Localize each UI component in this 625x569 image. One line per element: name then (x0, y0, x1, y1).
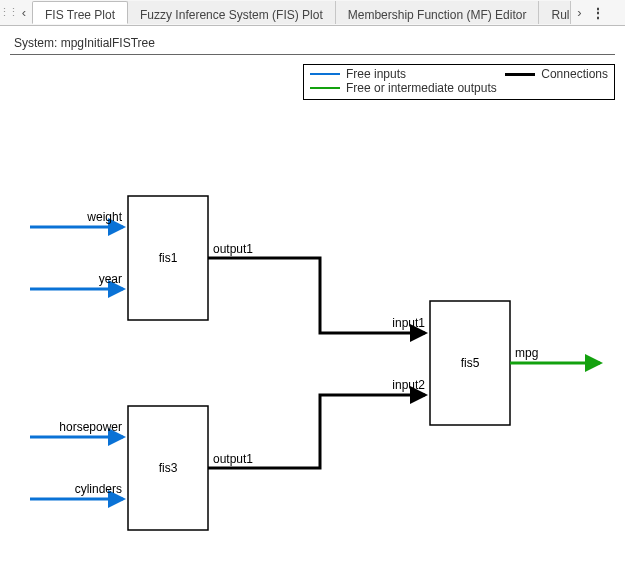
tab-label: FIS Tree Plot (45, 8, 115, 22)
system-title: System: mpgInitialFISTree (14, 36, 155, 50)
legend-label-free-inputs: Free inputs (346, 67, 406, 81)
title-separator (10, 54, 615, 55)
legend-swatch-free-outputs (310, 87, 340, 89)
port-label-fis5-mpg: mpg (515, 346, 538, 360)
tab-label: Fuzzy Inference System (FIS) Plot (140, 8, 323, 22)
plot-content: System: mpgInitialFISTree Free inputs Co… (0, 26, 625, 569)
legend: Free inputs Connections Free or intermed… (303, 64, 615, 100)
port-label-weight: weight (86, 210, 122, 224)
tab-label: Membership Function (MF) Editor (348, 8, 527, 22)
node-label-fis3: fis3 (159, 461, 178, 475)
tabs-drag-handle[interactable]: ⋮⋮ (0, 0, 16, 25)
tab-fis-plot[interactable]: Fuzzy Inference System (FIS) Plot (128, 1, 336, 24)
tabs-scroll-left[interactable]: ‹ (16, 0, 32, 25)
tab-rule-editor[interactable]: Rule (539, 1, 571, 24)
tab-strip: ⋮⋮ ‹ FIS Tree Plot Fuzzy Inference Syste… (0, 0, 625, 26)
legend-label-connections: Connections (541, 67, 608, 81)
node-fis3[interactable]: fis3 (128, 406, 208, 530)
tabs-scroll-right[interactable]: › (571, 0, 587, 25)
node-label-fis1: fis1 (159, 251, 178, 265)
port-label-fis5-input2: input2 (392, 378, 425, 392)
tab-label: Rule (551, 8, 571, 22)
port-label-horsepower: horsepower (59, 420, 122, 434)
node-label-fis5: fis5 (461, 356, 480, 370)
tab-fis-tree-plot[interactable]: FIS Tree Plot (32, 1, 128, 24)
tabs-overflow-menu[interactable]: ⋮ (587, 0, 609, 25)
port-label-cylinders: cylinders (75, 482, 122, 496)
fis-tree-diagram: fis1 weight year output1 fis3 horsepower… (0, 106, 625, 569)
port-label-fis3-output1: output1 (213, 452, 253, 466)
legend-swatch-connections (505, 73, 535, 76)
node-fis1[interactable]: fis1 (128, 196, 208, 320)
port-label-fis1-output1: output1 (213, 242, 253, 256)
tab-mf-editor[interactable]: Membership Function (MF) Editor (336, 1, 540, 24)
legend-label-free-outputs: Free or intermediate outputs (346, 81, 497, 95)
port-label-fis5-input1: input1 (392, 316, 425, 330)
port-label-year: year (99, 272, 122, 286)
node-fis5[interactable]: fis5 (430, 301, 510, 425)
legend-swatch-free-inputs (310, 73, 340, 75)
